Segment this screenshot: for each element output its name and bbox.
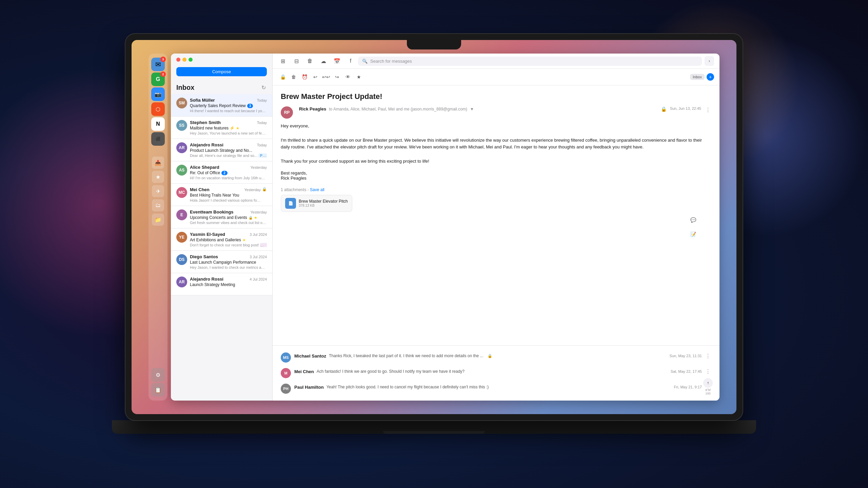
more-options-button[interactable]: ⋮ <box>705 106 711 113</box>
clock-toolbar-icon[interactable]: ⏰ <box>300 72 309 82</box>
email-count-badge: 2 <box>221 171 228 175</box>
reply-more-button[interactable]: ⋮ <box>705 368 711 375</box>
close-button[interactable] <box>176 58 180 62</box>
email-item[interactable]: AS Alice Shepard Yesterday Re: Out of Of… <box>171 161 272 184</box>
reply-avatar: PH <box>281 384 291 394</box>
dock-mail-icon[interactable]: ✉ 3 <box>151 58 165 71</box>
dock-nav-icon-3[interactable]: ✈ <box>152 185 164 197</box>
email-sender: Mei Chen <box>190 187 210 192</box>
reply-timestamp: Sat, May 22, 17:45 <box>671 369 702 373</box>
lock-toolbar-icon[interactable]: 🔒 <box>278 72 288 82</box>
email-item[interactable]: MC Mei Chen Yesterday Best Hiking Trails… <box>171 184 272 206</box>
dock-nav-icon-1[interactable]: 📥 <box>152 157 164 169</box>
email-subject: Best Hiking Trails Near You <box>190 193 261 198</box>
email-item[interactable]: SS Stephen Smith Today Mailbird new feat… <box>171 117 272 139</box>
reply-item[interactable]: M Mei Chen Ach fantastic! I think we are… <box>273 365 719 381</box>
dock-nav-icon-5[interactable]: 📁 <box>152 214 164 226</box>
capture-icon: ⬛ <box>156 137 161 141</box>
fullscreen-button[interactable] <box>189 58 193 62</box>
minimize-button[interactable] <box>182 58 186 62</box>
dock-grammarly-icon[interactable]: G 2 <box>151 73 165 86</box>
inbox-badge-button[interactable]: Inbox <box>690 74 705 80</box>
email-signature: Best regards,Rick Peagles <box>281 170 711 181</box>
compose-button[interactable]: Compose <box>176 67 267 76</box>
dock-settings-icon[interactable]: ⚙ <box>151 368 165 382</box>
files-icon: 📋 <box>155 387 161 393</box>
bookmark-toolbar-icon[interactable]: ★ <box>354 72 363 82</box>
trash-icon[interactable]: 🗑 <box>305 56 315 66</box>
reply-preview: Ach fantastic! I think we are good to go… <box>317 369 465 374</box>
attachment-card[interactable]: 📄 Brew Master Elevator Pitch 378.13 KB <box>281 195 352 212</box>
forward-toolbar-icon[interactable]: ↪ <box>332 72 342 82</box>
reply-more-button[interactable]: ⋮ <box>705 352 711 359</box>
email-preview: Hey Jason, I wanted to check our metrics… <box>190 265 267 269</box>
reply-item[interactable]: PH Paul Hamilton Yeah! The pitch looks g… <box>273 381 719 396</box>
avatar: SM <box>176 98 187 108</box>
mail-badge: 3 <box>160 57 166 62</box>
email-preview: Don't forget to check our recent blog po… <box>190 243 267 247</box>
facebook-icon[interactable]: f <box>346 56 355 66</box>
dock-notion-icon[interactable]: N <box>151 117 165 131</box>
cloud-icon[interactable]: ☁ <box>319 56 328 66</box>
calendar-icon[interactable]: 📅 <box>332 56 342 66</box>
attachment-size: 378.13 KB <box>299 204 348 207</box>
dock-capture-icon[interactable]: ⬛ <box>151 132 165 146</box>
reply-item[interactable]: MS Michael Santoz Thanks Rick, I tweaked… <box>273 350 719 365</box>
add-label-button[interactable]: + <box>707 73 714 81</box>
message-icon: 💬 <box>690 217 696 223</box>
email-list-header: Inbox ↻ <box>171 79 272 94</box>
email-preview: Hey Jason, You've launched a new set of … <box>190 131 267 135</box>
avatar: YE <box>176 232 187 243</box>
save-all-link[interactable]: Save all <box>310 187 324 192</box>
dock-nav-icon-2[interactable]: ★ <box>152 171 164 183</box>
email-item[interactable]: DS Diego Santos 3 Jul 2024 Last Launch C… <box>171 251 272 273</box>
sync-icon: ⟳ <box>691 203 695 208</box>
dock-figma-icon[interactable]: ⬡ <box>151 102 165 116</box>
lock-icon: 🔒 <box>249 216 253 220</box>
right-icon-3[interactable]: 📝 <box>688 229 698 240</box>
email-sender: Stephen Smith <box>190 120 221 125</box>
email-item[interactable]: SM Sofia Müller Today Quarterly Sales Re… <box>171 94 272 117</box>
email-item[interactable]: E Eventteam Bookings Yesterday Upcoming … <box>171 206 272 228</box>
dock-nav-icon-4[interactable]: 🗂 <box>152 199 164 211</box>
email-subject: Product Launch Strategy and No... <box>190 148 267 153</box>
reply-toolbar-icon[interactable]: ↩ <box>311 72 320 82</box>
email-item[interactable]: AR Alejandro Rossi Today Product Launch … <box>171 139 272 161</box>
email-preview: Hi! I'm on vacation starting from July 1… <box>190 176 267 180</box>
collapse-button[interactable]: › <box>705 56 714 66</box>
facebook-side-icon: f <box>692 246 694 251</box>
folder-nav-icon: 📁 <box>155 217 161 223</box>
figma-icon: ⬡ <box>156 106 160 113</box>
eye-toolbar-icon[interactable]: 👁 <box>343 72 353 82</box>
star-icon: ★ <box>242 238 246 242</box>
reply-content: Paul Hamilton Yeah! The pitch looks good… <box>294 384 711 391</box>
toolbar-icons: 🔒 🗑 ⏰ ↩ ↩↩ ↪ 👁 ★ <box>278 72 363 82</box>
note-icon: 📝 <box>690 231 696 237</box>
detail-toolbar: 🔒 🗑 ⏰ ↩ ↩↩ ↪ 👁 ★ Inbox <box>273 69 719 85</box>
reply-lock-icon: 🔒 <box>488 354 492 358</box>
traffic-lights <box>176 58 193 62</box>
expand-recipients-icon[interactable]: ▼ <box>470 107 474 111</box>
right-icon-2[interactable]: 💬 <box>688 215 698 225</box>
dock-zoom-icon[interactable]: 📷 <box>151 87 165 101</box>
refresh-icon[interactable]: ↻ <box>260 84 267 91</box>
dock-files-icon[interactable]: 📋 <box>151 383 165 396</box>
reply-all-toolbar-icon[interactable]: ↩↩ <box>321 72 331 82</box>
avatar: DS <box>176 254 187 265</box>
email-item[interactable]: YE Yasmin El-Sayed 3 Jul 2024 Art Exhibi… <box>171 228 272 251</box>
mail-icon: ✉ <box>155 60 161 68</box>
reply-content: Michael Santoz Thanks Rick, I tweaked th… <box>294 352 711 360</box>
gear-icon: ⚙ <box>156 372 160 378</box>
right-icon-4[interactable]: f <box>688 243 698 254</box>
email-date: 3 Jul 2024 <box>250 255 267 259</box>
search-box[interactable]: 🔍 Search for messages <box>358 57 702 66</box>
email-item[interactable]: AR Alejandro Rossi 4 Jul 2024 Launch Str… <box>171 273 272 296</box>
email-subject: Mailbird new features ⚡ ★ <box>190 126 267 130</box>
attachments-section: 1 attachments - Save all 📄 Brew Master E… <box>281 187 711 212</box>
sender-name: Rick Peagles <box>299 106 326 111</box>
delete-toolbar-icon[interactable]: 🗑 <box>289 72 298 82</box>
grid-icon[interactable]: ⊞ <box>278 56 288 66</box>
right-icon-1[interactable]: ⟳ <box>688 200 698 211</box>
avatar: MC <box>176 187 187 198</box>
layout-icon[interactable]: ⊟ <box>292 56 301 66</box>
